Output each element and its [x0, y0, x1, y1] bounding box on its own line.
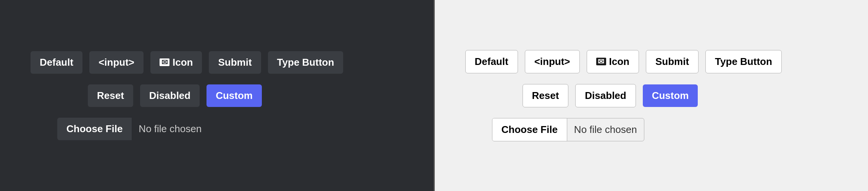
dark-type-button[interactable]: Type Button	[268, 51, 344, 74]
dark-icon-label: Icon	[173, 57, 193, 68]
dark-no-file-label: No file chosen	[132, 118, 208, 140]
light-custom-button[interactable]: Custom	[643, 84, 698, 107]
dark-disabled-button[interactable]: Disabled	[140, 84, 200, 107]
light-row-2: Reset Disabled Custom	[465, 84, 838, 107]
dark-default-button[interactable]: Default	[31, 51, 82, 74]
light-submit-button[interactable]: Submit	[646, 50, 699, 73]
light-disabled-button[interactable]: Disabled	[575, 84, 636, 107]
light-row-1: Default <input> Icon Submit Type Button	[465, 50, 838, 73]
dark-row-3: Choose File No file chosen	[31, 118, 403, 140]
dark-icon-button[interactable]: Icon	[150, 51, 202, 74]
dark-submit-button[interactable]: Submit	[209, 51, 261, 74]
light-file-input[interactable]: Choose File No file chosen	[492, 118, 644, 141]
light-panel: Default <input> Icon Submit Type Button …	[435, 0, 868, 191]
envelope-icon-light	[596, 58, 606, 65]
light-input-button[interactable]: <input>	[525, 50, 580, 73]
dark-row-1: Default <input> Icon Submit Type Button	[31, 51, 403, 74]
light-reset-button[interactable]: Reset	[523, 84, 569, 107]
dark-choose-file-button[interactable]: Choose File	[57, 118, 132, 140]
dark-input-button[interactable]: <input>	[89, 51, 144, 74]
dark-row-2: Reset Disabled Custom	[31, 84, 403, 107]
light-icon-label: Icon	[609, 56, 629, 68]
dark-reset-button[interactable]: Reset	[88, 84, 133, 107]
light-no-file-label: No file chosen	[567, 118, 644, 141]
light-row-3: Choose File No file chosen	[465, 118, 838, 141]
dark-file-input[interactable]: Choose File No file chosen	[57, 118, 208, 140]
light-choose-file-button[interactable]: Choose File	[492, 118, 567, 141]
light-type-button[interactable]: Type Button	[705, 50, 782, 73]
dark-custom-button[interactable]: Custom	[207, 84, 262, 107]
light-icon-button[interactable]: Icon	[587, 50, 639, 73]
envelope-icon	[160, 58, 169, 66]
dark-panel: Default <input> Icon Submit Type Button …	[0, 0, 434, 191]
light-default-button[interactable]: Default	[465, 50, 518, 73]
